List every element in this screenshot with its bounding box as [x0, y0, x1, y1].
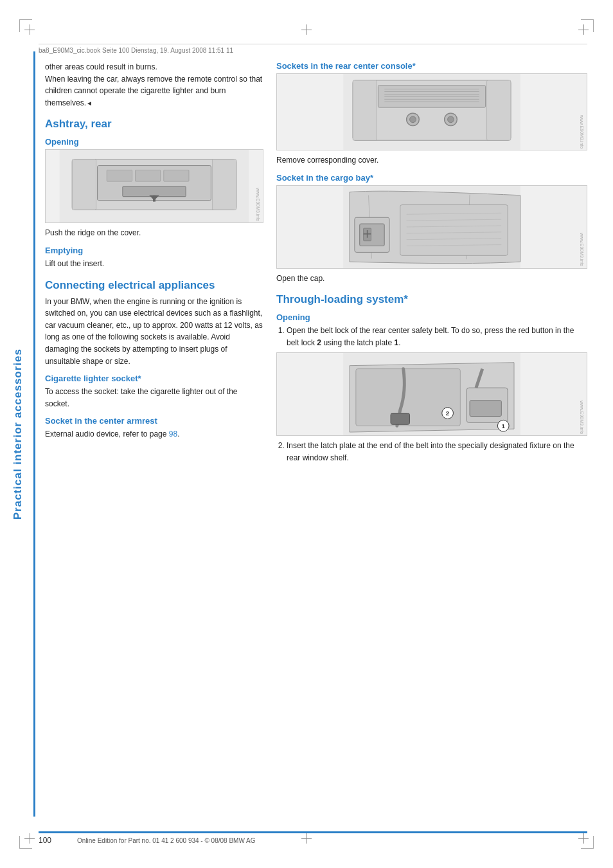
step-2: Insert the latch plate at the end of the…	[287, 440, 587, 464]
through-loading-heading: Through-loading system*	[276, 293, 587, 306]
right-column: Sockets in the rear center console*	[276, 58, 587, 817]
svg-text:1: 1	[502, 423, 506, 430]
svg-rect-9	[72, 159, 96, 210]
page-number: 100	[39, 836, 71, 845]
intro-text: other areas could result in burns. When …	[45, 61, 263, 109]
belt-image: 2 1 www.E90M3.info	[276, 352, 587, 436]
crosshair-tm	[301, 24, 312, 35]
numbered-list: Open the belt lock of the rear center sa…	[276, 325, 587, 348]
page-link-98[interactable]: 98	[169, 429, 177, 439]
rear-console-subheading: Sockets in the rear center console*	[276, 61, 587, 71]
socket-armrest-subheading: Socket in the center armrest	[45, 416, 263, 426]
through-opening-subheading: Opening	[276, 312, 587, 322]
sidebar-bar	[33, 51, 35, 817]
footer-text: Online Edition for Part no. 01 41 2 600 …	[77, 837, 256, 844]
footer: 100 Online Edition for Part no. 01 41 2 …	[39, 831, 587, 845]
svg-rect-6	[123, 186, 186, 197]
image-watermark-ashtray: www.E90M3.info	[256, 188, 260, 221]
header-line: ba8_E90M3_cic.book Seite 100 Dienstag, 1…	[39, 44, 587, 54]
crosshair-tr	[578, 24, 589, 35]
svg-point-21	[410, 116, 416, 123]
svg-rect-45	[470, 401, 501, 417]
ashtray-heading: Ashtray, rear	[45, 118, 263, 131]
numbered-list-step2: Insert the latch plate at the end of the…	[276, 440, 587, 464]
main-content: other areas could result in burns. When …	[45, 58, 587, 817]
crosshair-tl	[24, 24, 35, 35]
push-ridge-text: Push the ridge on the cover.	[45, 227, 263, 239]
svg-text:2: 2	[446, 410, 450, 417]
svg-rect-10	[212, 159, 236, 210]
svg-rect-32	[400, 204, 508, 255]
opening-subheading: Opening	[45, 137, 263, 147]
svg-rect-13	[378, 86, 485, 107]
emptying-subheading: Emptying	[45, 246, 263, 255]
svg-rect-41	[391, 413, 410, 425]
svg-rect-25	[487, 80, 511, 140]
triangle-marker: ◄	[86, 100, 93, 107]
sidebar-label: Practical interior accessories	[0, 51, 35, 817]
rear-console-caption: Remove corresponding cover.	[276, 154, 587, 167]
svg-rect-24	[353, 80, 377, 140]
cargo-caption: Open the cap.	[276, 273, 587, 285]
ashtray-image: www.E90M3.info	[45, 149, 263, 223]
svg-rect-4	[136, 170, 161, 182]
crosshair-bl	[24, 833, 35, 844]
connecting-body: In your BMW, when the engine is running …	[45, 296, 263, 368]
svg-rect-3	[107, 170, 132, 182]
step-1: Open the belt lock of the rear center sa…	[287, 325, 587, 348]
cargo-image: www.E90M3.info	[276, 185, 587, 269]
image-watermark-rear: www.E90M3.info	[580, 115, 584, 149]
lift-insert-text: Lift out the insert.	[45, 258, 263, 270]
connecting-heading: Connecting electrical appliances	[45, 279, 263, 292]
socket-armrest-text: External audio device, refer to page 98.	[45, 428, 263, 440]
cargo-subheading: Socket in the cargo bay*	[276, 173, 587, 183]
cigarette-subheading: Cigarette lighter socket*	[45, 374, 263, 383]
rear-console-image: www.E90M3.info	[276, 73, 587, 150]
svg-rect-8	[153, 195, 155, 202]
left-column: other areas could result in burns. When …	[45, 58, 263, 817]
image-watermark-cargo: www.E90M3.info	[580, 233, 584, 266]
cigarette-text: To access the socket: take the cigarette…	[45, 386, 263, 410]
image-watermark-belt: www.E90M3.info	[580, 401, 584, 434]
svg-point-23	[448, 116, 454, 123]
svg-rect-5	[164, 170, 189, 182]
